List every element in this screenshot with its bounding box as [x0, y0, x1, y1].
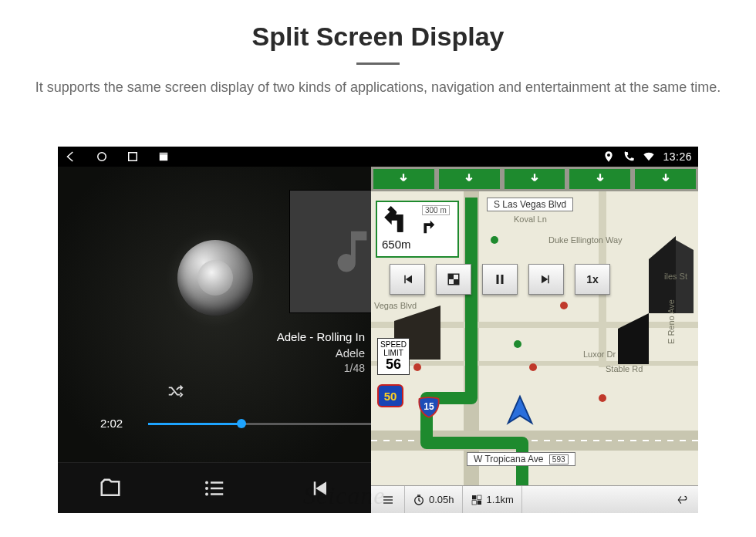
road-label: iles St — [664, 272, 687, 281]
turn-right-small-icon — [419, 218, 436, 235]
map-control-row: 1x — [390, 264, 610, 295]
lane-arrow — [505, 169, 565, 189]
turn-instruction-panel: 300 m 650m — [376, 201, 459, 258]
system-recents-icon[interactable] — [126, 150, 140, 164]
svg-rect-32 — [472, 500, 476, 504]
svg-rect-1 — [129, 153, 137, 161]
system-home-icon[interactable] — [95, 150, 109, 164]
upcoming-turn-distance: 300 m — [422, 205, 450, 215]
road-label: Koval Ln — [514, 214, 547, 224]
music-player-pane: Adele - Rolling In Adele 1/48 2:02 — [58, 167, 371, 513]
svg-point-16 — [560, 302, 568, 309]
lane-arrow — [439, 169, 500, 189]
interstate-shield: 15 — [417, 395, 440, 418]
status-bar: 13:26 — [58, 147, 698, 167]
svg-rect-3 — [160, 153, 168, 155]
bottom-street-chip: W Tropicana Ave 593 — [467, 452, 575, 466]
svg-point-18 — [529, 363, 537, 371]
volume-knob[interactable] — [177, 240, 253, 316]
road-label: Stable Rd — [606, 364, 643, 373]
track-info: Adele - Rolling In Adele 1/48 — [277, 329, 365, 377]
page-title: Split Screen Display — [0, 22, 756, 52]
current-street-chip: S Las Vegas Blvd — [487, 198, 573, 211]
screenshot-icon[interactable] — [157, 150, 170, 164]
turn-left-icon — [382, 205, 411, 235]
eta-distance-value: 1.1km — [487, 494, 514, 505]
phone-icon — [623, 150, 635, 163]
svg-rect-24 — [501, 275, 504, 284]
svg-rect-8 — [211, 487, 223, 489]
svg-point-0 — [98, 153, 106, 161]
browse-files-button[interactable] — [58, 463, 162, 513]
map-next-button[interactable] — [528, 264, 564, 295]
eta-time-value: 0.05h — [429, 494, 454, 505]
svg-point-17 — [413, 363, 421, 371]
system-back-icon[interactable] — [64, 150, 78, 164]
lane-guidance-strip — [371, 167, 698, 191]
bottom-street-name: W Tropicana Ave — [474, 454, 544, 464]
eta-time: 0.05h — [405, 486, 463, 513]
brand-watermark: Seicane — [303, 481, 386, 510]
map-prev-button[interactable] — [390, 264, 425, 295]
status-clock: 13:26 — [663, 150, 692, 163]
road-label: Luxor Dr — [583, 350, 616, 359]
speed-limit-sign: SPEED LIMIT 56 — [377, 338, 410, 375]
lane-arrow — [635, 169, 696, 189]
wifi-icon — [643, 150, 655, 163]
seek-track[interactable] — [148, 423, 371, 425]
map-pause-button[interactable] — [482, 264, 518, 295]
svg-marker-13 — [618, 313, 649, 364]
svg-rect-9 — [211, 493, 223, 495]
turn-distance: 650m — [382, 238, 411, 251]
lane-arrow — [569, 169, 630, 189]
svg-rect-30 — [477, 500, 481, 504]
track-artist: Adele — [277, 345, 365, 361]
playlist-button[interactable] — [162, 463, 266, 513]
shuffle-icon[interactable] — [164, 383, 186, 400]
svg-rect-23 — [497, 275, 499, 284]
road-label: E Reno Ave — [667, 299, 676, 344]
vehicle-heading-icon — [502, 393, 538, 429]
svg-point-20 — [491, 236, 498, 244]
seek-fill — [148, 423, 241, 425]
svg-rect-7 — [211, 481, 223, 484]
bottom-street-number: 593 — [549, 454, 569, 464]
speed-limit-value: 56 — [378, 357, 409, 372]
navigation-pane: S Las Vegas Blvd 300 m 650m 1x SPEED LIM… — [371, 167, 698, 513]
route-shield: 50 — [377, 384, 403, 407]
title-underline — [356, 62, 400, 65]
eta-distance: 1.1km — [463, 486, 522, 513]
road-label: Vegas Blvd — [374, 301, 417, 310]
svg-rect-29 — [472, 495, 476, 499]
interstate-number: 15 — [424, 401, 434, 412]
road-label: Duke Ellington Way — [548, 235, 623, 245]
svg-point-6 — [205, 492, 208, 495]
seek-thumb[interactable] — [237, 419, 246, 428]
svg-point-19 — [599, 394, 606, 402]
elapsed-time: 2:02 — [100, 417, 123, 430]
track-title: Adele - Rolling In — [277, 329, 365, 345]
page-subtitle: It supports the same screen display of t… — [23, 77, 733, 97]
svg-rect-31 — [477, 495, 481, 499]
svg-point-5 — [205, 487, 208, 490]
device-screenshot: 13:26 Adele - Rolling In Adele 1/48 — [58, 147, 698, 513]
map-zoom-button[interactable]: 1x — [575, 264, 610, 295]
svg-point-21 — [514, 340, 521, 348]
track-index: 1/48 — [277, 361, 365, 377]
playback-timeline[interactable]: 2:02 — [100, 412, 371, 432]
location-icon — [602, 150, 615, 163]
map-bottom-bar: 0.05h 1.1km — [371, 485, 698, 513]
map-back-button[interactable] — [666, 486, 698, 513]
svg-point-4 — [205, 481, 208, 484]
lane-arrow — [373, 169, 434, 189]
map-target-button[interactable] — [436, 264, 471, 295]
speed-limit-label1: SPEED — [378, 341, 409, 350]
